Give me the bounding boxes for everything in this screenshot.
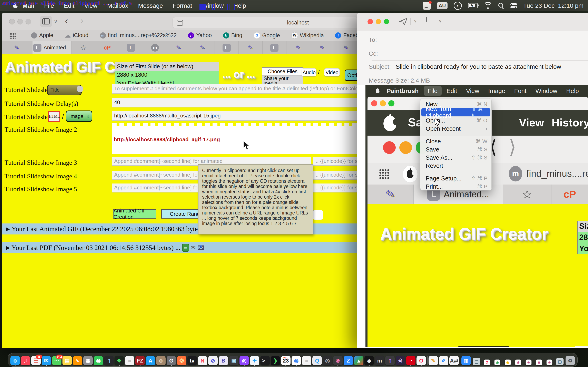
paintbrush-menu-file[interactable]: File (424, 86, 442, 96)
tab[interactable]: m (143, 41, 167, 54)
attached-screenshot-image[interactable]: Paintbrush File Edit View Image Font Win… (365, 85, 588, 347)
file-menu-item[interactable]: New from Clipboard ⇧ ⌘ N (421, 108, 490, 117)
dock-item[interactable]: Z (344, 356, 353, 365)
dock-item[interactable]: ∿ (73, 356, 82, 365)
bookmark-item[interactable]: y! Yahoo (188, 32, 212, 39)
animated-gif-creation-button[interactable]: Animated GIF Creation (113, 209, 156, 218)
dock-item[interactable]: ◉ (505, 359, 511, 365)
tab[interactable]: L (119, 41, 143, 54)
file-menu-item[interactable]: Save As... ⇧ ⌘ S (420, 154, 492, 162)
dock-item[interactable]: ♻ (566, 356, 575, 365)
dock-item[interactable]: ❀ (546, 359, 553, 365)
dock-item[interactable]: N (198, 356, 207, 365)
dock-item[interactable]: ≡ (125, 356, 134, 365)
dock-item[interactable]: FZ (135, 356, 145, 365)
dock-item[interactable]: ◉ (494, 359, 501, 365)
bookmarks-grid-icon[interactable] (9, 33, 16, 39)
dock-item[interactable]: O (484, 359, 490, 365)
url-field[interactable]: localhost (173, 17, 358, 28)
last-pdf-bar[interactable]: ▶ Your Last PDF (November 03 2021 06:14:… (2, 242, 357, 253)
to-field[interactable] (383, 35, 584, 43)
disclosure-triangle-icon[interactable]: ▶ (6, 245, 10, 250)
tab[interactable]: ✎ (239, 41, 263, 54)
slide4-unicode-input[interactable] (313, 171, 360, 180)
dock-item[interactable]: ♫ (21, 356, 30, 365)
close-button[interactable] (367, 19, 373, 24)
dock-item[interactable]: ▢ (473, 358, 480, 365)
dock-item[interactable]: ◉ (292, 356, 301, 365)
bookmark-item[interactable]: b Bing (223, 32, 242, 39)
small-envelope-icon[interactable]: ✉ (191, 244, 196, 251)
title-select[interactable]: Title ▴▾ (47, 85, 82, 95)
bookmark-item[interactable]: m find_minus....rep+%22s%22 (100, 32, 177, 39)
tab[interactable]: ✎ (310, 41, 334, 54)
dock-item[interactable]: ▦ (83, 356, 93, 365)
dock-item[interactable]: ❂ (177, 356, 186, 365)
dock-item[interactable]: Q (312, 356, 322, 365)
dock-item[interactable]: ☺ (10, 356, 20, 365)
email-envelope-icon[interactable]: ✉E (198, 243, 204, 253)
size-box-value[interactable]: 2880 x 1800 (115, 71, 219, 79)
tab-active[interactable]: L Animated... (33, 41, 71, 54)
dock-item[interactable]: ✐ (439, 356, 448, 365)
dock-item[interactable]: ▯ (104, 356, 113, 365)
menubar-item-message[interactable]: Message (133, 2, 168, 9)
chevron-down-icon[interactable]: ∨ (54, 19, 58, 25)
file-menu-item[interactable]: Print... ⌘ P (420, 183, 492, 191)
bookmark-item[interactable]: G Google (254, 32, 280, 39)
menubar-item-format[interactable]: Format (168, 2, 197, 9)
dock-item[interactable]: ✎ (429, 356, 438, 365)
file-menu-item[interactable]: Page Setup... ⇧ ⌘ P (420, 174, 492, 183)
back-icon[interactable]: ‹ (65, 16, 68, 26)
chevron-down-icon[interactable]: ∨ (414, 18, 417, 24)
tab[interactable]: L (263, 41, 286, 54)
dock-item[interactable]: ▤ (62, 356, 72, 365)
tab[interactable]: L (215, 41, 239, 54)
file-menu-item[interactable]: Open Recent › (420, 125, 492, 133)
dock-item[interactable]: ⊘ (208, 356, 218, 365)
dock-item[interactable]: ◎ (323, 356, 332, 365)
cc-field[interactable] (383, 49, 584, 57)
html-button[interactable]: HTML (48, 111, 60, 122)
dock-item[interactable]: ▯ (385, 356, 395, 365)
dock-item[interactable]: ❀ (526, 359, 532, 365)
dock-item[interactable] (427, 356, 428, 365)
dock-item[interactable]: ❯ (271, 356, 280, 365)
dock-item[interactable]: ◔ (406, 356, 415, 365)
row1-checkbox[interactable] (77, 86, 83, 92)
tab[interactable]: ✎ (167, 41, 191, 54)
delay-input[interactable] (112, 98, 359, 108)
sidebar-icon[interactable] (40, 16, 52, 27)
tab[interactable]: ✎ (334, 41, 358, 54)
dock-item[interactable]: ☺ (156, 356, 165, 365)
disclosure-triangle-icon[interactable]: ▶ (6, 226, 10, 232)
subject-value[interactable]: Slide in clipboard ready for you to past… (396, 63, 561, 70)
status-app-icon[interactable] (423, 2, 431, 10)
file-menu-item[interactable]: Revert (420, 162, 492, 170)
dock-item[interactable]: ☠ (396, 356, 405, 365)
tab[interactable]: ☆ (71, 41, 95, 54)
image-select[interactable]: Image ▴▾ (66, 110, 92, 122)
slide2-dropzone[interactable]: http://localhost:8888/clipboad_agif-17.p… (112, 123, 360, 154)
dock-item[interactable]: ◎ (240, 356, 249, 365)
zoom-button[interactable] (26, 19, 31, 25)
minimize-button[interactable] (17, 19, 23, 25)
pager-icon[interactable]: ▦ (182, 244, 189, 252)
dock-item[interactable]: A⇄ (449, 356, 459, 365)
dock-item[interactable]: A (146, 356, 155, 365)
dock-item[interactable]: B (219, 356, 228, 365)
dock-item[interactable]: O (416, 356, 426, 365)
menubar-clock[interactable]: Tue 23 Dec 12:10 pm (523, 2, 584, 9)
choose-files-button[interactable]: Choose Files (262, 67, 303, 75)
tab[interactable]: ✎ (286, 41, 310, 54)
spotlight-search-icon[interactable] (498, 3, 504, 9)
dock-item[interactable]: G (167, 356, 176, 365)
close-button[interactable] (9, 19, 15, 25)
minimize-button[interactable] (376, 19, 381, 24)
mail-titlebar[interactable]: ∨ ∨ (357, 13, 588, 31)
dock-item[interactable]: ❀ (515, 359, 521, 365)
bookmark-item[interactable]: W Wikipedia (291, 32, 324, 39)
play-icon[interactable]: ▶ (454, 2, 462, 10)
dock-item[interactable]: m (375, 356, 384, 365)
battery-icon[interactable]: ϟ (468, 3, 478, 8)
